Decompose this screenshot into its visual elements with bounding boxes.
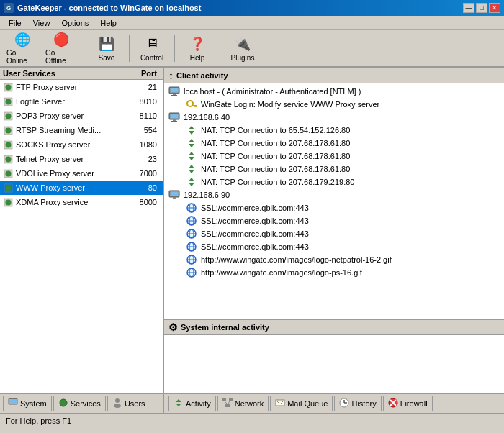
service-row[interactable]: SOCKS Proxy server1080 <box>0 137 163 152</box>
go-online-button[interactable]: 🌐 Go Online <box>4 32 40 64</box>
service-name-cell: XDMA Proxy service <box>3 197 120 207</box>
activity-item: 192.168.6.90 <box>164 188 504 201</box>
service-port-cell: 23 <box>120 155 160 163</box>
tab-icon <box>275 398 285 410</box>
activity-item: NAT: TCP Connection to 207.68.178.61:80 <box>164 163 504 176</box>
activity-text: localhost - ( Administrator - Authentica… <box>184 87 361 96</box>
services-col-header: User Services <box>3 69 120 78</box>
control-button[interactable]: 🖥 Control <box>134 32 170 64</box>
svg-marker-67 <box>176 399 181 402</box>
control-label: Control <box>140 54 163 62</box>
svg-rect-29 <box>171 121 177 122</box>
svg-line-72 <box>224 401 228 404</box>
service-icon <box>3 154 13 164</box>
bottom-right-tab-network[interactable]: Network <box>217 396 269 411</box>
svg-rect-20 <box>173 94 176 95</box>
left-panel: User Services Port FTP Proxy server21Log… <box>0 68 164 393</box>
plugins-button[interactable]: 🔌 Plugins <box>225 32 261 64</box>
toolbar-separator-3 <box>174 35 175 62</box>
service-name-cell: FTP Proxy server <box>3 82 120 92</box>
close-button[interactable]: ✕ <box>489 3 500 13</box>
tab-icon <box>8 398 18 410</box>
bottom-right-tab-mail-queue[interactable]: Mail Queue <box>270 396 333 411</box>
activity-text: NAT: TCP Connection to 207.68.178.61:80 <box>201 152 350 160</box>
minimize-button[interactable]: — <box>463 3 474 13</box>
svg-marker-36 <box>189 165 194 168</box>
service-row[interactable]: XDMA Proxy service8000 <box>0 195 163 209</box>
tab-icon <box>339 398 349 410</box>
activity-icon <box>186 137 197 149</box>
activity-text: NAT: TCP Connection to 207.68.179.219:80 <box>201 178 354 186</box>
go-offline-label: Go Offline <box>45 49 77 65</box>
save-label: Save <box>99 54 115 62</box>
service-row[interactable]: Telnet Proxy server23 <box>0 152 163 166</box>
system-activity-header: ⚙ System internal activity <box>164 319 504 335</box>
service-row[interactable]: Logfile Server8010 <box>0 94 163 109</box>
svg-rect-43 <box>171 199 177 199</box>
tab-label: Activity <box>186 399 211 408</box>
service-name-text: Logfile Server <box>16 97 65 106</box>
service-row[interactable]: WWW Proxy server80 <box>0 181 163 195</box>
service-name-cell: Logfile Server <box>3 96 120 106</box>
save-button[interactable]: 💾 Save <box>89 32 125 64</box>
activity-icon <box>186 241 197 252</box>
service-name-cell: POP3 Proxy server <box>3 111 120 121</box>
client-activity-icon: ↕ <box>168 70 174 81</box>
service-port-cell: 21 <box>120 83 160 91</box>
bottom-left-tab-system[interactable]: System <box>3 396 52 411</box>
bottom-right-tab-history[interactable]: History <box>334 396 381 411</box>
menu-help[interactable]: Help <box>94 17 122 29</box>
maximize-button[interactable]: □ <box>476 3 487 13</box>
svg-rect-41 <box>171 192 179 196</box>
system-activity-area <box>164 335 504 393</box>
svg-point-11 <box>5 156 11 162</box>
bottom-right-tab-firewall[interactable]: Firewall <box>383 396 433 411</box>
activity-item: http://www.wingate.com/images/logo-netpa… <box>164 253 504 266</box>
plugins-label: Plugins <box>231 54 255 62</box>
activity-icon <box>186 228 197 240</box>
service-icon <box>3 96 13 106</box>
service-name-cell: VDOLive Proxy server <box>3 168 120 178</box>
activity-text: NAT: TCP Connection to 207.68.178.61:80 <box>201 139 350 147</box>
toolbar-separator-1 <box>84 35 84 62</box>
activity-icon <box>168 86 180 97</box>
svg-point-9 <box>5 142 11 147</box>
activity-text: http://www.wingate.com/images/logo-netpa… <box>201 255 392 264</box>
svg-point-15 <box>5 185 11 191</box>
service-row[interactable]: FTP Proxy server21 <box>0 80 163 94</box>
client-activity-header: ↕ Client activity <box>164 68 504 83</box>
svg-rect-70 <box>229 398 233 401</box>
go-offline-button[interactable]: 🔴 Go Offline <box>43 32 79 64</box>
bottom-left-tab-services[interactable]: Services <box>53 396 106 411</box>
bottom-tabs: SystemServicesUsers ActivityNetworkMail … <box>0 393 504 413</box>
svg-rect-27 <box>171 114 179 119</box>
service-row[interactable]: RTSP Streaming Medi...554 <box>0 123 163 137</box>
svg-point-66 <box>114 404 121 408</box>
service-name-text: VDOLive Proxy server <box>16 169 94 178</box>
menu-view[interactable]: View <box>27 17 56 29</box>
svg-point-7 <box>5 127 11 133</box>
status-bar: For Help, press F1 <box>0 413 504 427</box>
tab-label: Firewall <box>400 399 428 408</box>
right-panel: ↕ Client activity localhost - ( Administ… <box>164 68 504 393</box>
service-name-text: POP3 Proxy server <box>16 111 84 120</box>
activity-item: NAT: TCP Connection to 65.54.152.126:80 <box>164 124 504 137</box>
bottom-left-tab-users[interactable]: Users <box>107 396 150 411</box>
service-name-cell: RTSP Streaming Medi... <box>3 125 120 135</box>
service-row[interactable]: VDOLive Proxy server7000 <box>0 166 163 181</box>
activity-text: 192.168.6.90 <box>184 191 230 199</box>
service-icon <box>3 140 13 150</box>
service-row[interactable]: POP3 Proxy server8110 <box>0 109 163 123</box>
go-online-icon: 🌐 <box>14 32 31 47</box>
tab-label: Mail Queue <box>287 399 328 408</box>
help-button[interactable]: ❓ Help <box>179 32 215 64</box>
svg-marker-39 <box>189 183 194 186</box>
bottom-right-tab-activity[interactable]: Activity <box>168 396 216 411</box>
svg-point-1 <box>5 84 11 90</box>
system-activity-icon: ⚙ <box>168 322 178 333</box>
service-icon <box>3 197 13 207</box>
tab-label: Users <box>125 399 145 408</box>
menu-file[interactable]: File <box>3 17 27 29</box>
menu-options[interactable]: Options <box>55 17 94 29</box>
activity-text: SSL://commerce.qbik.com:443 <box>201 204 309 212</box>
